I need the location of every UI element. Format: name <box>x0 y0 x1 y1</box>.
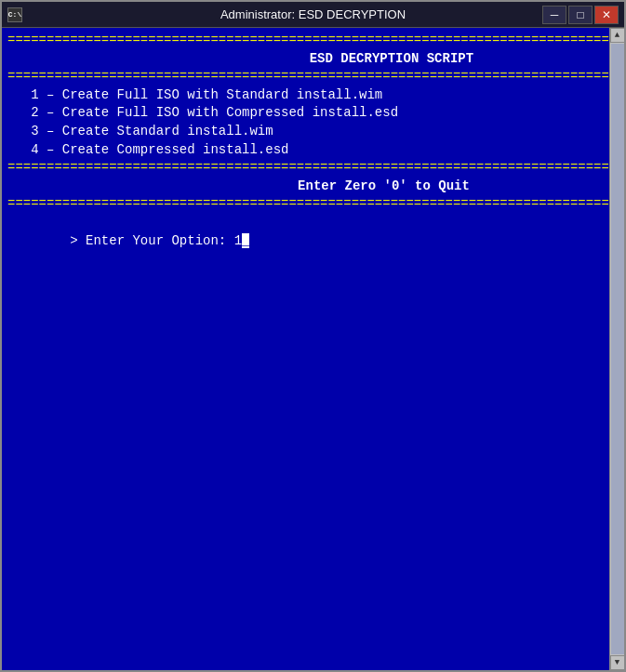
separator-4: ========================================… <box>7 195 604 214</box>
quit-line: Enter Zero '0' to Quit <box>7 178 604 196</box>
console-area[interactable]: ========================================… <box>2 28 609 670</box>
scrollbar: ▲ ▼ <box>609 28 624 670</box>
menu-item-1: 1 – Create Full ISO with Standard instal… <box>7 86 604 105</box>
separator-2: ========================================… <box>7 68 604 86</box>
menu-item-4: 4 – Create Compressed install.esd <box>7 141 604 160</box>
scroll-up-button[interactable]: ▲ <box>610 28 625 43</box>
scroll-down-button[interactable]: ▼ <box>610 655 625 670</box>
cursor: _ <box>242 233 249 248</box>
cmd-icon: C:\ <box>7 7 22 22</box>
scroll-track[interactable] <box>611 44 624 654</box>
prompt-line: > Enter Your Option: 1_ <box>7 214 604 269</box>
maximize-button[interactable]: □ <box>568 6 593 24</box>
title-bar-left: C:\ <box>7 7 22 22</box>
close-button[interactable]: ✕ <box>594 6 619 24</box>
window-title: Administrator: ESD DECRYPTION <box>220 7 406 21</box>
minimize-button[interactable]: ─ <box>542 6 566 24</box>
separator-top: ========================================… <box>7 32 604 50</box>
script-title: ESD DECRYPTION SCRIPT <box>7 50 604 69</box>
window: C:\ Administrator: ESD DECRYPTION ─ □ ✕ … <box>0 0 626 672</box>
menu-item-2: 2 – Create Full ISO with Compressed inst… <box>7 104 604 123</box>
title-bar: C:\ Administrator: ESD DECRYPTION ─ □ ✕ <box>2 2 624 28</box>
title-bar-buttons: ─ □ ✕ <box>542 6 619 24</box>
prompt-text: > Enter Your Option: 1 <box>70 233 242 248</box>
console-wrapper: ========================================… <box>2 28 624 670</box>
separator-3: ========================================… <box>7 159 604 178</box>
menu-item-3: 3 – Create Standard install.wim <box>7 123 604 141</box>
